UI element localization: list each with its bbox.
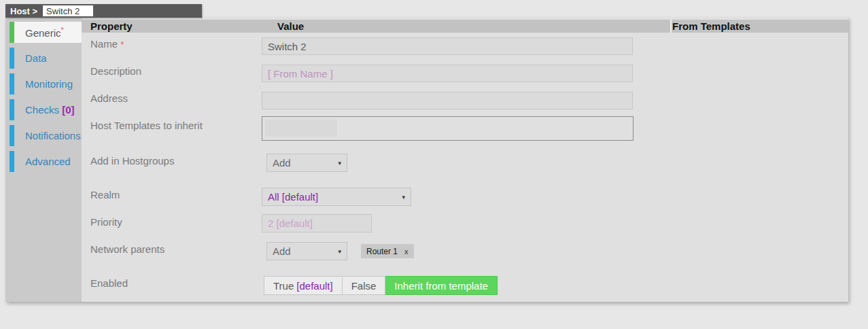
- tab-notifications[interactable]: Notifications: [10, 125, 82, 146]
- default-suffix: [default]: [296, 280, 332, 292]
- realm-selected-value: All [default]: [268, 191, 318, 203]
- remove-tag-icon[interactable]: x: [404, 247, 409, 256]
- tab-checks-label: Checks [0]: [14, 104, 75, 116]
- chevron-down-icon: ▾: [338, 160, 341, 167]
- priority-label: Priority: [90, 216, 122, 228]
- table-header-row: Property Value From Templates: [82, 20, 848, 33]
- name-input[interactable]: [262, 37, 633, 55]
- tab-indicator-bar: [10, 73, 14, 94]
- hostgroups-selected-value: Add: [273, 157, 291, 169]
- tab-data[interactable]: Data: [10, 48, 82, 69]
- tab-advanced-label: Advanced: [14, 156, 71, 167]
- breadcrumb: Host >: [5, 4, 202, 18]
- enabled-label: Enabled: [90, 277, 128, 289]
- name-label: Name *: [90, 38, 124, 50]
- form-area: Property Value From Templates Name * Des…: [82, 17, 848, 302]
- tab-notifications-label: Notifications: [14, 130, 81, 141]
- column-header-value: Value: [277, 20, 304, 32]
- tab-indicator-bar: [10, 48, 14, 69]
- realm-select[interactable]: All [default] ▾: [262, 188, 411, 206]
- enabled-true-button[interactable]: True[default]: [264, 276, 343, 295]
- column-divider: [670, 20, 672, 33]
- host-templates-multiselect[interactable]: [262, 116, 633, 141]
- tab-checks[interactable]: Checks [0]: [10, 99, 82, 120]
- network-parent-tag: Router 1 x: [361, 244, 414, 258]
- host-edit-panel: Generic* Data Monitoring Checks [0] Noti…: [5, 17, 848, 302]
- realm-label: Realm: [90, 189, 120, 201]
- column-header-property: Property: [90, 20, 133, 32]
- tab-generic-label: Generic*: [14, 26, 64, 39]
- network-parents-label: Network parents: [90, 243, 164, 255]
- address-label: Address: [90, 92, 128, 104]
- priority-input[interactable]: [262, 214, 372, 232]
- tab-indicator-bar: [10, 151, 14, 172]
- column-header-from-templates: From Templates: [672, 20, 750, 32]
- checks-count-badge: [0]: [62, 104, 74, 116]
- address-input[interactable]: [262, 92, 633, 109]
- chevron-down-icon: ▾: [402, 194, 405, 201]
- network-parent-tag-name: Router 1: [366, 247, 398, 256]
- host-name-input[interactable]: [43, 5, 93, 16]
- hostgroups-select[interactable]: Add ▾: [266, 154, 347, 172]
- tab-generic[interactable]: Generic*: [10, 22, 82, 43]
- enabled-toggle-group: True[default] False Inherit from templat…: [264, 276, 498, 295]
- network-parents-select[interactable]: Add ▾: [266, 242, 347, 260]
- hostgroups-label: Add in Hostgroups: [90, 155, 174, 167]
- sidebar: Generic* Data Monitoring Checks [0] Noti…: [5, 17, 82, 302]
- tab-indicator-bar: [10, 125, 14, 146]
- tab-monitoring-label: Monitoring: [14, 78, 73, 90]
- network-parents-selected-value: Add: [273, 245, 291, 257]
- description-label: Description: [90, 65, 141, 77]
- tab-data-label: Data: [14, 52, 47, 64]
- host-templates-input[interactable]: [265, 120, 337, 137]
- required-asterisk: *: [120, 39, 124, 50]
- enabled-false-button[interactable]: False: [343, 276, 386, 295]
- breadcrumb-section-label: Host >: [5, 6, 43, 16]
- description-input[interactable]: [262, 65, 633, 82]
- tab-active-indicator-bar: [10, 22, 14, 43]
- host-templates-label: Host Templates to inherit: [90, 120, 203, 131]
- required-asterisk: *: [61, 26, 64, 34]
- chevron-down-icon: ▾: [338, 248, 341, 255]
- tab-advanced[interactable]: Advanced: [10, 151, 82, 172]
- tab-monitoring[interactable]: Monitoring: [10, 73, 82, 94]
- enabled-inherit-button[interactable]: Inherit from template: [385, 276, 498, 295]
- tab-indicator-bar: [10, 99, 14, 120]
